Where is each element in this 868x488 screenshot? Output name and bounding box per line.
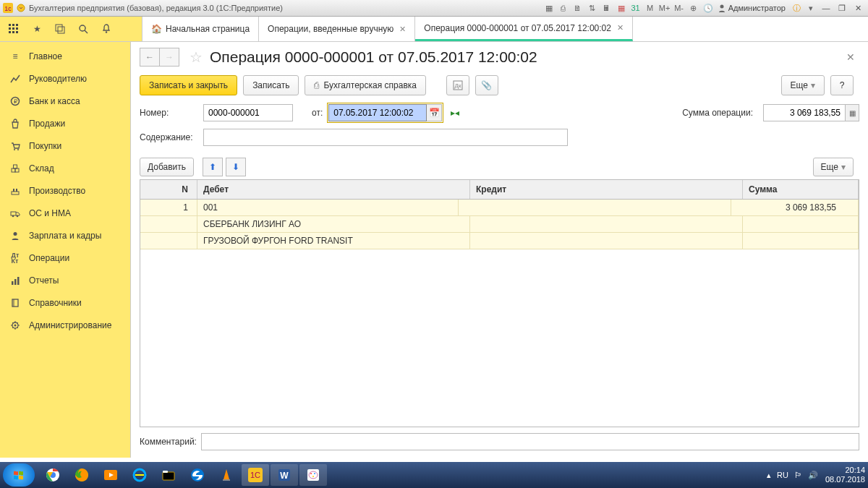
col-header-n[interactable]: N [140, 180, 197, 199]
date-input[interactable] [328, 104, 427, 121]
tab-bar: 🏠Начальная страница Операции, введенные … [142, 17, 868, 41]
tab-operations-list[interactable]: Операции, введенные вручную✕ [259, 17, 415, 41]
tab-close-icon[interactable]: ✕ [617, 23, 624, 33]
favorite-star-icon[interactable]: ☆ [190, 48, 203, 66]
col-header-sum[interactable]: Сумма [743, 180, 859, 199]
sidebar-item-manager[interactable]: Руководителю [0, 67, 130, 90]
window-close[interactable]: ✕ [851, 2, 865, 14]
cell-debit-sub2[interactable]: ГРУЗОВОЙ ФУРГОН FORD TRANSIT [197, 233, 470, 249]
sidebar-item-sales[interactable]: Продажи [0, 112, 130, 134]
tb-print-icon[interactable]: ⎙ [557, 2, 570, 14]
tray-flag-icon[interactable]: 🏳 [794, 471, 802, 479]
dropdown-icon[interactable] [16, 3, 26, 13]
tb-mminus-icon[interactable]: M- [673, 2, 686, 14]
tray-clock[interactable]: 20:14 08.07.2018 [825, 466, 865, 484]
move-down-button[interactable]: ⬇ [226, 158, 246, 176]
search-icon[interactable] [75, 21, 91, 37]
col-header-debit[interactable]: Дебет [197, 180, 470, 199]
grid-row[interactable]: СБЕРБАНК ЛИЗИНГ АО [140, 216, 859, 233]
history-icon[interactable] [52, 21, 68, 37]
sum-input[interactable] [764, 105, 845, 121]
sidebar-item-salary[interactable]: Зарплата и кадры [0, 224, 130, 247]
document-close-icon[interactable]: ✕ [846, 51, 855, 63]
content-input[interactable] [203, 129, 568, 146]
task-player[interactable] [97, 464, 124, 486]
tb-info-icon[interactable]: ⓘ [790, 2, 803, 14]
task-paint[interactable] [299, 464, 327, 486]
status-flag-icon[interactable]: ▸◂ [451, 108, 459, 118]
cell-sum[interactable]: 3 069 183,55 [731, 200, 859, 215]
nav-back-button[interactable]: ← [140, 48, 160, 67]
sidebar-item-warehouse[interactable]: Склад [0, 157, 130, 179]
nav-forward-button[interactable]: → [160, 48, 179, 67]
sidebar-item-reports[interactable]: Отчеты [0, 269, 130, 291]
tray-expand-icon[interactable]: ▴ [767, 471, 771, 480]
task-word[interactable]: W [271, 464, 298, 486]
comment-input[interactable] [201, 433, 859, 450]
task-edge[interactable] [184, 464, 211, 486]
tb-doc-icon[interactable]: 🗎 [571, 2, 584, 14]
attach-button[interactable]: 📎 [475, 75, 498, 95]
task-explorer[interactable] [155, 464, 182, 486]
paperclip-icon: 📎 [481, 80, 492, 90]
cell-credit[interactable] [459, 200, 731, 215]
tb-target-icon[interactable]: ⊕ [687, 2, 700, 14]
svg-rect-9 [16, 27, 18, 30]
tab-operation-doc[interactable]: Операция 0000-000001 от 07.05.2017 12:00… [415, 17, 633, 41]
sidebar-item-production[interactable]: Производство [0, 179, 130, 202]
tb-m-icon[interactable]: M [644, 2, 657, 14]
sidebar-item-assets[interactable]: ОС и НМА [0, 202, 130, 224]
truck-icon [9, 207, 22, 220]
sidebar-item-catalogs[interactable]: Справочники [0, 291, 130, 314]
window-restore[interactable]: ❐ [835, 2, 849, 14]
save-close-button[interactable]: Записать и закрыть [140, 75, 237, 95]
tb-compare-icon[interactable]: ⇅ [586, 2, 599, 14]
tray-volume-icon[interactable]: 🔊 [808, 471, 818, 480]
more-button[interactable]: Еще▾ [781, 75, 825, 95]
tb-calc-icon[interactable]: 🖩 [600, 2, 613, 14]
bell-icon[interactable] [98, 21, 114, 37]
grid-row[interactable]: ГРУЗОВОЙ ФУРГОН FORD TRANSIT [140, 233, 859, 249]
sidebar-item-admin[interactable]: Администрирование [0, 314, 130, 336]
move-up-button[interactable]: ⬆ [203, 158, 223, 176]
number-input[interactable] [203, 104, 293, 121]
sidebar-item-purchases[interactable]: Покупки [0, 134, 130, 157]
grid-row[interactable]: 1 001 3 069 183,55 [140, 200, 859, 216]
calendar-picker-icon[interactable]: 📅 [427, 104, 442, 121]
tb-31-icon[interactable]: 31 [629, 2, 642, 14]
tab-close-icon[interactable]: ✕ [399, 25, 406, 34]
window-minimize[interactable]: — [819, 2, 833, 14]
print-report-button[interactable]: ⎙Бухгалтерская справка [305, 75, 426, 95]
tab-home[interactable]: 🏠Начальная страница [142, 17, 259, 41]
grid-body[interactable]: 1 001 3 069 183,55 СБЕРБАНК ЛИЗИНГ АО ГР… [140, 200, 859, 427]
sidebar-item-operations[interactable]: ДтКтОперации [0, 247, 130, 269]
tb-mplus-icon[interactable]: M+ [658, 2, 671, 14]
favorites-star-icon[interactable]: ★ [29, 21, 45, 37]
tb-calendar-icon[interactable]: ▦ [615, 2, 628, 14]
sidebar-item-bank[interactable]: ₽Банк и касса [0, 90, 130, 112]
task-ie[interactable] [126, 464, 153, 486]
tray-lang[interactable]: RU [777, 471, 788, 479]
task-vlc[interactable] [213, 464, 240, 486]
tb-clock-icon[interactable]: 🕓 [702, 2, 715, 14]
task-1c[interactable]: 1C [242, 464, 269, 486]
tb-grid-icon[interactable]: ▦ [542, 2, 556, 14]
save-button[interactable]: Записать [243, 75, 299, 95]
cell-n[interactable]: 1 [140, 200, 197, 215]
calculator-icon[interactable]: ▦ [845, 105, 859, 121]
task-firefox[interactable] [68, 464, 95, 486]
svg-point-15 [80, 25, 85, 31]
help-button[interactable]: ? [830, 75, 854, 95]
cell-debit-account[interactable]: 001 [197, 200, 458, 215]
add-row-button[interactable]: Добавить [140, 158, 194, 176]
sidebar-item-main[interactable]: ≡Главное [0, 45, 130, 67]
task-chrome[interactable] [39, 464, 67, 486]
cell-debit-sub1[interactable]: СБЕРБАНК ЛИЗИНГ АО [197, 216, 470, 232]
dk-register-button[interactable]: Дк [446, 75, 469, 95]
user-badge[interactable]: Администратор [718, 4, 786, 12]
tb-dd-icon[interactable]: ▾ [804, 2, 817, 14]
col-header-credit[interactable]: Кредит [470, 180, 743, 199]
start-button[interactable] [3, 463, 35, 487]
apps-grid-icon[interactable] [6, 21, 22, 37]
table-more-button[interactable]: Еще▾ [813, 158, 854, 176]
